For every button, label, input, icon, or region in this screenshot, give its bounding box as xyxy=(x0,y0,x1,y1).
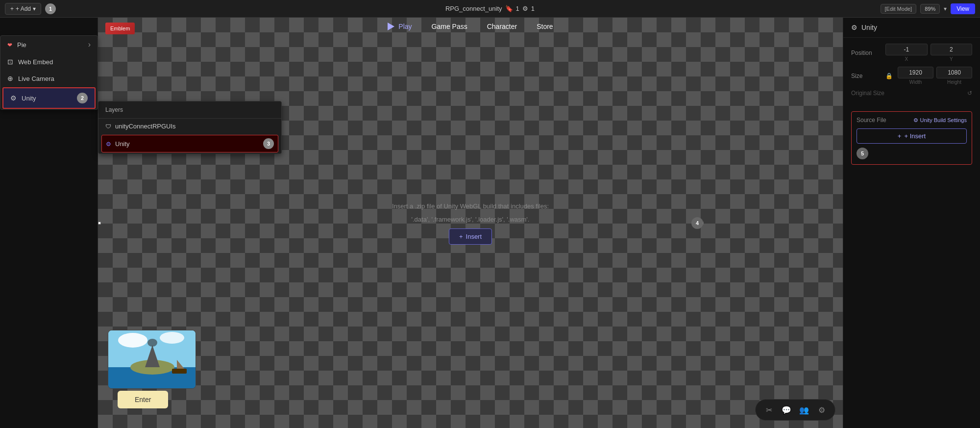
layers-title: Layers xyxy=(105,106,123,113)
bottom-toolbar: ✂ 💬 👥 ⚙ xyxy=(755,399,835,421)
position-y-input[interactable] xyxy=(931,44,973,55)
right-sidebar: Unity Position X Y Size xyxy=(843,18,980,428)
topbar-left: + + Add ▾ 1 xyxy=(5,3,56,15)
view-button[interactable]: View xyxy=(951,3,975,14)
scissors-button[interactable]: ✂ xyxy=(761,403,776,417)
size-row: Size 🔒 Width Height xyxy=(851,67,972,85)
zoom-badge[interactable]: 89% xyxy=(920,4,940,14)
nav-game-pass[interactable]: Game Pass xyxy=(432,23,467,30)
position-y-group: Y xyxy=(931,44,973,62)
gear-link-icon: ⚙ xyxy=(913,117,918,124)
insert-text-line2: '.data', '.framework.js', '.loader.js', … xyxy=(392,215,549,225)
insert-btn-label: Insert xyxy=(466,233,482,240)
web-embed-icon xyxy=(7,58,13,66)
unity-icon xyxy=(10,94,17,102)
svg-rect-7 xyxy=(172,369,187,374)
canvas-thumbnail xyxy=(108,330,196,389)
x-sublabel: X xyxy=(885,56,928,62)
width-sublabel: Width xyxy=(898,79,933,85)
add-menu-dropdown: Pie Web Embed Live Camera Unity 2 xyxy=(0,35,98,110)
annotation-badge-5: 5 xyxy=(857,148,868,159)
layers-panel: Layers unityConnectRPGUIs Unity 3 xyxy=(98,101,282,154)
settings-icon: ⚙ xyxy=(522,5,528,12)
insert-placeholder: Insert a .zip file of Unity WebGL build … xyxy=(392,201,549,245)
add-button[interactable]: + + Add ▾ xyxy=(5,3,41,15)
nav-character[interactable]: Character xyxy=(487,23,517,30)
position-x-group: X xyxy=(885,44,928,62)
nav-play[interactable]: Play xyxy=(388,23,412,30)
position-label: Position xyxy=(851,50,885,56)
pie-icon xyxy=(7,41,12,49)
size-height-input[interactable] xyxy=(936,67,972,78)
annotation-badge-4: 4 xyxy=(691,217,703,229)
size-label: Size xyxy=(851,73,885,79)
position-inputs: X Y xyxy=(885,44,972,62)
right-panel-position-section: Position X Y Size 🔒 xyxy=(843,38,980,107)
selection-handle-left[interactable] xyxy=(98,222,101,225)
zoom-arrow[interactable]: ▾ xyxy=(944,5,947,12)
chevron-down-icon: ▾ xyxy=(33,5,36,12)
original-size-label: Original Size xyxy=(851,90,884,97)
users-button[interactable]: 👥 xyxy=(797,403,811,417)
nav-store[interactable]: Store xyxy=(537,23,553,30)
y-sublabel: Y xyxy=(931,56,973,62)
unity-build-settings-link[interactable]: ⚙ Unity Build Settings xyxy=(913,117,967,124)
svg-point-2 xyxy=(160,332,184,344)
source-file-label: Source File xyxy=(857,117,886,124)
add-menu-item-live-camera[interactable]: Live Camera xyxy=(0,70,98,87)
bookmark-count: 1 xyxy=(516,5,519,12)
shield-layer-icon xyxy=(105,123,111,130)
gear-layer-icon xyxy=(106,140,111,148)
position-x-input[interactable] xyxy=(885,44,928,55)
lock-icon: 🔒 xyxy=(885,73,893,79)
topbar-right: [Edit Mode] 89% ▾ View xyxy=(881,3,975,14)
add-menu-item-pie[interactable]: Pie xyxy=(0,36,98,53)
position-row: Position X Y xyxy=(851,44,972,62)
height-sublabel: Height xyxy=(936,79,972,85)
live-camera-label: Live Camera xyxy=(18,75,54,82)
canvas-insert-button[interactable]: + Insert xyxy=(449,228,492,245)
size-inputs: 🔒 Width Height xyxy=(885,67,972,85)
layer-item-2[interactable]: Unity 3 xyxy=(101,135,278,152)
size-width-input[interactable] xyxy=(898,67,933,78)
add-menu-item-web-embed[interactable]: Web Embed xyxy=(0,53,98,70)
right-panel-insert-button[interactable]: + + Insert xyxy=(857,128,967,144)
settings-toolbar-button[interactable]: ⚙ xyxy=(814,403,829,417)
right-panel-header: Unity xyxy=(843,18,980,38)
unity-label: Unity xyxy=(22,95,36,102)
unity-gear-icon xyxy=(851,24,858,31)
left-sidebar: Pie Web Embed Live Camera Unity 2 Layers xyxy=(0,18,98,428)
right-panel-title: Unity xyxy=(861,24,877,31)
main-area: Pie Web Embed Live Camera Unity 2 Layers xyxy=(0,18,980,428)
plus-icon: + xyxy=(898,132,902,140)
edit-mode-badge: [Edit Mode] xyxy=(881,4,917,14)
play-arrow-icon xyxy=(388,23,394,30)
thumbnail-svg xyxy=(108,330,196,389)
app-title: RPG_connect_unity xyxy=(445,5,502,12)
layer-item-1[interactable]: unityConnectRPGUIs xyxy=(98,119,281,134)
topbar-center: RPG_connect_unity 🔖 1 ⚙ 1 xyxy=(445,5,535,12)
enter-button[interactable]: Enter xyxy=(118,391,168,408)
add-menu-item-unity[interactable]: Unity 2 xyxy=(2,87,96,109)
svg-point-1 xyxy=(118,333,147,348)
original-size-row: Original Size ↺ xyxy=(851,90,972,97)
chat-button[interactable]: 💬 xyxy=(779,403,794,417)
canvas-topnav: Play Game Pass Character Store xyxy=(98,18,843,35)
plus-icon: + xyxy=(459,233,463,240)
layer1-label: unityConnectRPGUIs xyxy=(115,123,176,130)
size-width-group: Width xyxy=(898,67,933,85)
add-btn-label: + Add xyxy=(16,5,31,12)
web-embed-label: Web Embed xyxy=(18,58,53,66)
size-height-group: Height xyxy=(936,67,972,85)
unity-build-settings-label: Unity Build Settings xyxy=(920,117,967,123)
source-file-section: Source File ⚙ Unity Build Settings + + I… xyxy=(851,111,972,165)
annotation-badge-1: 1 xyxy=(45,3,56,14)
refresh-icon[interactable]: ↺ xyxy=(967,90,972,97)
svg-point-6 xyxy=(147,339,157,347)
source-file-header: Source File ⚙ Unity Build Settings xyxy=(857,117,967,124)
layers-panel-header: Layers xyxy=(98,101,281,119)
settings-count: 1 xyxy=(531,5,535,12)
thumbnail-image xyxy=(108,330,196,388)
plus-icon: + xyxy=(10,5,14,12)
chevron-right-icon xyxy=(88,40,91,49)
